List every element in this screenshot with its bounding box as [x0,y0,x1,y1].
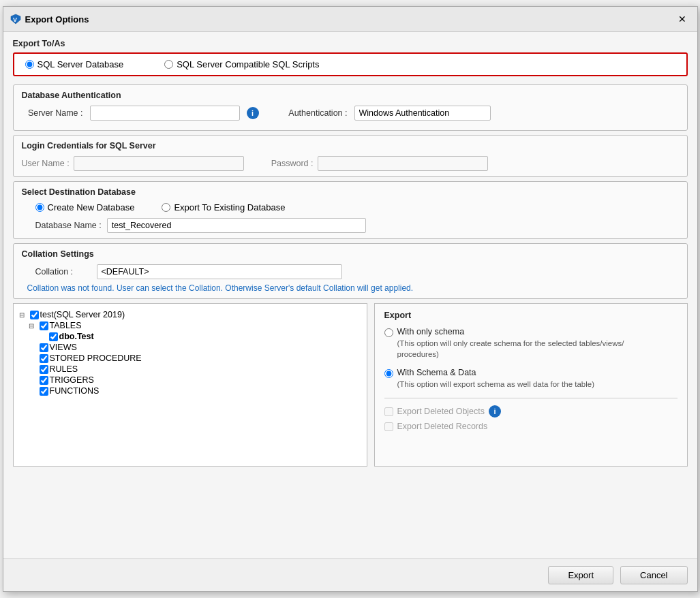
export-panel: Export With only schema (This option wil… [374,303,688,467]
export-deleted-records-option: Export Deleted Records [384,422,678,431]
dialog-body: Export To/As SQL Server Database SQL Ser… [3,32,697,558]
dest-db-section: Select Destination Database Create New D… [13,181,688,239]
tree-panel: ⊟ test(SQL Server 2019) ⊟ TABLES d [13,303,367,467]
database-auth-title: Database Authentication [22,91,679,100]
sql-server-database-option[interactable]: SQL Server Database [25,59,124,69]
auth-select[interactable]: Windows Authentication SQL Server Authen… [354,106,491,121]
tree-rules[interactable]: RULES [29,364,361,375]
tree-triggers[interactable]: TRIGGERS [29,375,361,385]
password-field: Password : [271,156,488,171]
schema-data-radio[interactable] [384,369,393,378]
export-to-box: SQL Server Database SQL Server Compatibl… [13,52,688,76]
functions-label: FUNCTIONS [50,386,100,396]
svg-text:V: V [13,16,17,23]
auth-label: Authentication : [279,108,348,118]
title-bar: V Export Options ✕ [3,7,697,32]
login-credentials-section: Login Credentials for SQL Server User Na… [13,135,688,177]
creds-row: User Name : Password : [22,156,679,171]
schema-only-label[interactable]: With only schema (This option will only … [384,327,629,360]
sql-server-database-label: SQL Server Database [37,59,124,69]
views-label: VIEWS [50,343,77,352]
export-deleted-objects-checkbox[interactable] [384,407,393,416]
dest-db-title: Select Destination Database [22,187,679,197]
export-button[interactable]: Export [548,566,613,584]
export-to-label: Export To/As [13,39,688,48]
cancel-button[interactable]: Cancel [620,566,687,584]
triggers-checkbox[interactable] [40,376,48,385]
export-deleted-records-label: Export Deleted Records [397,422,488,431]
export-existing-db-radio[interactable] [162,203,170,212]
stored-proc-checkbox[interactable] [40,354,48,363]
tables-label: TABLES [50,321,82,330]
close-button[interactable]: ✕ [674,11,690,27]
tree-stored-procedure[interactable]: STORED PROCEDURE [29,353,361,364]
db-name-input[interactable] [107,218,366,233]
collation-label: Collation : [35,267,90,277]
dest-db-radios: Create New Database Export To Existing D… [22,202,679,213]
tree-functions[interactable]: FUNCTIONS [29,385,361,396]
export-panel-title: Export [384,311,678,320]
export-deleted-objects-label: Export Deleted Objects [397,407,485,416]
sql-scripts-radio[interactable] [164,60,173,69]
server-name-info-icon[interactable]: i [247,107,259,119]
title-bar-left: V Export Options [10,14,89,25]
tree-tables-group: ⊟ TABLES dbo.Test VIEWS [19,320,361,396]
sql-scripts-option[interactable]: SQL Server Compatible SQL Scripts [164,59,319,69]
collation-row: Collation : <DEFAULT> [22,264,679,279]
collation-title: Collation Settings [22,249,679,259]
deleted-objects-info-icon[interactable]: i [489,405,501,418]
sql-server-database-radio[interactable] [25,60,34,69]
tree-dbo-test[interactable]: dbo.Test [38,331,361,342]
schema-only-option: With only schema (This option will only … [384,327,678,360]
username-input[interactable] [74,156,244,171]
rules-label: RULES [50,364,78,374]
login-credentials-title: Login Credentials for SQL Server [22,141,679,151]
export-existing-db-option[interactable]: Export To Existing Database [162,202,285,213]
dbo-test-label: dbo.Test [59,332,94,341]
app-icon: V [10,14,21,25]
views-checkbox[interactable] [40,343,48,352]
schema-data-text: With Schema & Data (This option will exp… [397,368,595,390]
rules-checkbox[interactable] [40,365,48,374]
collation-select[interactable]: <DEFAULT> [97,264,342,279]
password-input[interactable] [318,156,488,171]
schema-data-option: With Schema & Data (This option will exp… [384,368,678,390]
tables-checkbox[interactable] [40,321,48,330]
dialog-footer: Export Cancel [3,558,697,591]
dialog-title: Export Options [25,14,89,25]
db-name-row: Database Name : [22,218,679,233]
schema-only-radio[interactable] [384,328,393,337]
export-deleted-section: Export Deleted Objects i Export Deleted … [384,398,678,431]
tree-views[interactable]: VIEWS [29,342,361,353]
export-to-section: Export To/As SQL Server Database SQL Ser… [13,39,688,76]
tree-tables[interactable]: ⊟ TABLES [29,320,361,331]
root-label: test(SQL Server 2019) [40,310,125,319]
export-existing-db-label: Export To Existing Database [174,202,285,213]
create-new-db-option[interactable]: Create New Database [35,202,135,213]
schema-data-sub: (This option will export schema as well … [397,379,595,390]
dbo-test-checkbox[interactable] [49,332,58,341]
server-name-label: Server Name : [22,108,83,118]
tables-expand-icon: ⊟ [29,322,38,330]
password-label: Password : [271,159,314,168]
schema-data-main: With Schema & Data [397,368,595,377]
tree-tables-items: dbo.Test [29,331,361,342]
db-name-label: Database Name : [35,221,102,230]
collation-warning: Collation was not found. User can select… [22,283,679,293]
schema-only-sub: (This option will only create schema for… [397,338,629,360]
server-name-select[interactable] [90,106,240,121]
functions-checkbox[interactable] [40,387,48,396]
username-field: User Name : [22,156,244,171]
sql-scripts-label: SQL Server Compatible SQL Scripts [177,59,319,69]
schema-data-label[interactable]: With Schema & Data (This option will exp… [384,368,595,390]
triggers-label: TRIGGERS [50,375,94,385]
root-expand-icon: ⊟ [19,311,29,319]
root-checkbox[interactable] [30,311,39,319]
database-auth-section: Database Authentication Server Name : i … [13,84,688,131]
export-deleted-objects-option: Export Deleted Objects i [384,405,678,418]
export-deleted-records-checkbox[interactable] [384,422,393,431]
export-options-dialog: V Export Options ✕ Export To/As SQL Serv… [3,6,698,592]
tree-root[interactable]: ⊟ test(SQL Server 2019) [19,309,361,320]
server-name-wrapper [90,106,240,121]
create-new-db-radio[interactable] [35,203,44,212]
